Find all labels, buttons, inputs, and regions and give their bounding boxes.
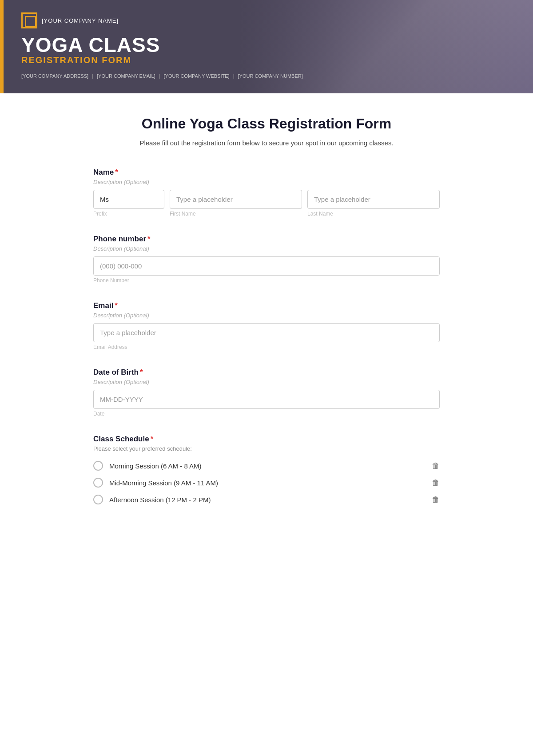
- header-contact-info: [YOUR COMPANY ADDRESS] | [YOUR COMPANY E…: [21, 73, 515, 79]
- radio-midmorning[interactable]: [93, 478, 103, 488]
- email-label: Email*: [93, 301, 440, 310]
- firstname-input[interactable]: [170, 190, 302, 209]
- phone-section: Phone number* Description (Optional) Pho…: [93, 235, 440, 284]
- name-description: Description (Optional): [93, 179, 440, 185]
- class-schedule-label: Class Schedule*: [93, 435, 440, 444]
- radio-afternoon-label: Afternoon Session (12 PM - 2 PM): [109, 496, 211, 504]
- name-row: Prefix First Name Last Name: [93, 190, 440, 217]
- dob-description: Description (Optional): [93, 379, 440, 385]
- firstname-sublabel: First Name: [170, 211, 302, 217]
- prefix-group: Prefix: [93, 190, 164, 217]
- header-accent-bar: [0, 0, 4, 93]
- phone-input[interactable]: [93, 256, 440, 276]
- header-title-line1: YOGA CLASS: [21, 35, 515, 55]
- radio-option-midmorning: Mid-Morning Session (9 AM - 11 AM) 🗑: [93, 475, 440, 490]
- email-sublabel: Email Address: [93, 344, 440, 350]
- radio-afternoon[interactable]: [93, 495, 103, 504]
- class-schedule-description: Please select your preferred schedule:: [93, 445, 440, 452]
- header-title-line2: REGISTRATION FORM: [21, 55, 515, 65]
- phone-sublabel: Phone Number: [93, 277, 440, 284]
- phone-required: *: [147, 235, 151, 243]
- name-required: *: [115, 168, 118, 176]
- email-description: Description (Optional): [93, 312, 440, 319]
- radio-midmorning-label: Mid-Morning Session (9 AM - 11 AM): [109, 479, 218, 487]
- class-schedule-section: Class Schedule* Please select your prefe…: [93, 435, 440, 507]
- header-text-content: [YOUR COMPANY NAME] YOGA CLASS REGISTRAT…: [4, 0, 533, 93]
- prefix-sublabel: Prefix: [93, 211, 164, 217]
- main-content: Online Yoga Class Registration Form Plea…: [67, 93, 466, 560]
- radio-option-afternoon: Afternoon Session (12 PM - 2 PM) 🗑: [93, 492, 440, 507]
- lastname-group: Last Name: [307, 190, 440, 217]
- firstname-group: First Name: [170, 190, 302, 217]
- radio-morning[interactable]: [93, 461, 103, 471]
- delete-morning-button[interactable]: 🗑: [432, 461, 440, 471]
- phone-description: Description (Optional): [93, 245, 440, 252]
- company-website: [YOUR COMPANY WEBSITE]: [164, 73, 230, 79]
- company-name: [YOUR COMPANY NAME]: [42, 17, 119, 24]
- company-logo: [YOUR COMPANY NAME]: [21, 12, 515, 28]
- page-header: [YOUR COMPANY NAME] YOGA CLASS REGISTRAT…: [0, 0, 533, 93]
- email-section: Email* Description (Optional) Email Addr…: [93, 301, 440, 350]
- lastname-sublabel: Last Name: [307, 211, 440, 217]
- radio-morning-label: Morning Session (6 AM - 8 AM): [109, 462, 202, 470]
- name-label: Name*: [93, 168, 440, 177]
- dob-required: *: [140, 368, 143, 376]
- form-main-title: Online Yoga Class Registration Form: [93, 116, 440, 132]
- radio-option-morning: Morning Session (6 AM - 8 AM) 🗑: [93, 458, 440, 473]
- email-input[interactable]: [93, 323, 440, 342]
- logo-icon: [21, 12, 37, 28]
- dob-section: Date of Birth* Description (Optional) Da…: [93, 368, 440, 417]
- phone-label: Phone number*: [93, 235, 440, 244]
- company-address: [YOUR COMPANY ADDRESS]: [21, 73, 88, 79]
- company-email: [YOUR COMPANY EMAIL]: [97, 73, 155, 79]
- email-required: *: [115, 301, 118, 310]
- prefix-input[interactable]: [93, 190, 164, 209]
- delete-midmorning-button[interactable]: 🗑: [432, 478, 440, 488]
- form-description: Please fill out the registration form be…: [93, 139, 440, 147]
- class-required: *: [151, 435, 154, 443]
- dob-sublabel: Date: [93, 411, 440, 417]
- company-number: [YOUR COMPANY NUMBER]: [238, 73, 303, 79]
- name-section: Name* Description (Optional) Prefix Firs…: [93, 168, 440, 217]
- lastname-input[interactable]: [307, 190, 440, 209]
- dob-input[interactable]: [93, 390, 440, 409]
- delete-afternoon-button[interactable]: 🗑: [432, 495, 440, 504]
- dob-label: Date of Birth*: [93, 368, 440, 377]
